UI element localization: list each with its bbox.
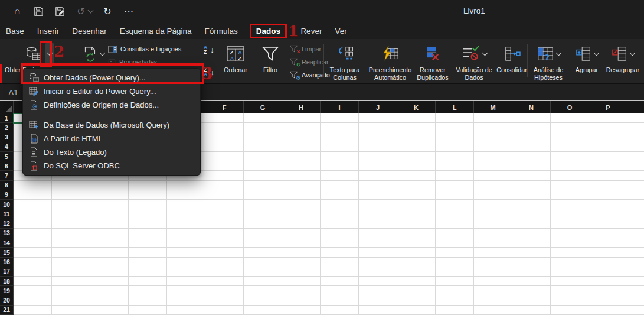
remove-duplicates-button[interactable]: Remover Duplicados xyxy=(413,43,452,81)
cell-A20[interactable] xyxy=(14,295,52,305)
save-as-icon[interactable] xyxy=(53,5,66,18)
cell-J2[interactable] xyxy=(359,123,397,132)
cell-B19[interactable] xyxy=(52,286,90,295)
cell-B15[interactable] xyxy=(52,248,90,257)
cell-G21[interactable] xyxy=(244,306,282,315)
row-header-10[interactable]: 10 xyxy=(0,200,14,209)
cell-L12[interactable] xyxy=(436,219,474,229)
cell-partial[interactable] xyxy=(627,277,644,286)
column-header-L[interactable]: L xyxy=(436,101,474,113)
cell-F7[interactable] xyxy=(205,171,244,180)
cell-L1[interactable] xyxy=(436,113,474,123)
cell-C19[interactable] xyxy=(90,286,129,295)
cell-E14[interactable] xyxy=(167,238,205,248)
what-if-analysis-button[interactable]: ? Análise de Hipóteses xyxy=(530,43,567,81)
row-header-12[interactable]: 12 xyxy=(0,219,14,229)
cell-F14[interactable] xyxy=(205,238,244,248)
cell-K14[interactable] xyxy=(397,238,436,248)
tab-esquema-da-página[interactable]: Esquema da Página xyxy=(120,27,192,35)
cell-J11[interactable] xyxy=(359,209,397,219)
cell-O4[interactable] xyxy=(551,142,589,152)
cell-L7[interactable] xyxy=(436,171,474,180)
cell-J13[interactable] xyxy=(359,229,397,238)
column-header-G[interactable]: G xyxy=(244,101,282,113)
row-header-15[interactable]: 15 xyxy=(0,248,14,257)
cell-K9[interactable] xyxy=(397,190,436,200)
cell-G20[interactable] xyxy=(244,295,282,305)
cell-partial[interactable] xyxy=(627,142,644,152)
cell-C9[interactable] xyxy=(90,190,129,200)
cell-O6[interactable] xyxy=(551,161,589,171)
cell-K20[interactable] xyxy=(397,295,436,305)
cell-O7[interactable] xyxy=(551,171,589,180)
cell-I9[interactable] xyxy=(321,190,359,200)
cell-I12[interactable] xyxy=(321,219,359,229)
cell-D8[interactable] xyxy=(129,181,167,190)
cell-I10[interactable] xyxy=(321,200,359,209)
cell-J21[interactable] xyxy=(359,306,397,315)
cell-C17[interactable] xyxy=(90,267,129,277)
cell-E16[interactable] xyxy=(167,258,205,267)
cell-P2[interactable] xyxy=(589,123,627,132)
cell-M2[interactable] xyxy=(474,123,512,132)
cell-K6[interactable] xyxy=(397,161,436,171)
column-header-M[interactable]: M xyxy=(474,101,512,113)
column-header-H[interactable]: H xyxy=(282,101,321,113)
menu-item-obter-dados-power-query[interactable]: Obter Dados (Power Query)... xyxy=(23,71,200,85)
cell-G5[interactable] xyxy=(244,152,282,161)
cell-L20[interactable] xyxy=(436,295,474,305)
cell-J8[interactable] xyxy=(359,181,397,190)
cell-F13[interactable] xyxy=(205,229,244,238)
cell-F8[interactable] xyxy=(205,181,244,190)
cell-C16[interactable] xyxy=(90,258,129,267)
row-header-17[interactable]: 17 xyxy=(0,267,14,277)
cell-F4[interactable] xyxy=(205,142,244,152)
cell-J16[interactable] xyxy=(359,258,397,267)
cell-K18[interactable] xyxy=(397,277,436,286)
cell-O19[interactable] xyxy=(551,286,589,295)
cell-K12[interactable] xyxy=(397,219,436,229)
cell-M16[interactable] xyxy=(474,258,512,267)
cell-B10[interactable] xyxy=(52,200,90,209)
row-header-14[interactable]: 14 xyxy=(0,238,14,248)
cell-J3[interactable] xyxy=(359,132,397,142)
cell-I14[interactable] xyxy=(321,238,359,248)
cell-N12[interactable] xyxy=(512,219,551,229)
tab-fórmulas[interactable]: Fórmulas xyxy=(204,27,237,35)
cell-K8[interactable] xyxy=(397,181,436,190)
cell-G3[interactable] xyxy=(244,132,282,142)
cell-M21[interactable] xyxy=(474,306,512,315)
refresh-all-button[interactable] xyxy=(81,43,104,65)
cell-K17[interactable] xyxy=(397,267,436,277)
cell-I7[interactable] xyxy=(321,171,359,180)
cell-M20[interactable] xyxy=(474,295,512,305)
cell-F17[interactable] xyxy=(205,267,244,277)
cell-G19[interactable] xyxy=(244,286,282,295)
cell-O13[interactable] xyxy=(551,229,589,238)
cell-L4[interactable] xyxy=(436,142,474,152)
cell-L6[interactable] xyxy=(436,161,474,171)
cell-A14[interactable] xyxy=(14,238,52,248)
save-icon[interactable] xyxy=(32,5,45,18)
cell-A9[interactable] xyxy=(14,190,52,200)
row-header-11[interactable]: 11 xyxy=(0,209,14,219)
cell-D16[interactable] xyxy=(129,258,167,267)
cell-P17[interactable] xyxy=(589,267,627,277)
cell-D10[interactable] xyxy=(129,200,167,209)
cell-C11[interactable] xyxy=(90,209,129,219)
cell-K10[interactable] xyxy=(397,200,436,209)
cell-partial[interactable] xyxy=(627,248,644,257)
cell-G16[interactable] xyxy=(244,258,282,267)
cell-L17[interactable] xyxy=(436,267,474,277)
cell-M1[interactable] xyxy=(474,113,512,123)
cell-M9[interactable] xyxy=(474,190,512,200)
tab-inserir[interactable]: Inserir xyxy=(37,27,60,35)
cell-O8[interactable] xyxy=(551,181,589,190)
cell-B14[interactable] xyxy=(52,238,90,248)
cell-N10[interactable] xyxy=(512,200,551,209)
cell-L11[interactable] xyxy=(436,209,474,219)
cell-O17[interactable] xyxy=(551,267,589,277)
properties-button[interactable]: Propriedades xyxy=(108,57,157,67)
cell-M3[interactable] xyxy=(474,132,512,142)
tab-desenhar[interactable]: Desenhar xyxy=(72,27,107,35)
